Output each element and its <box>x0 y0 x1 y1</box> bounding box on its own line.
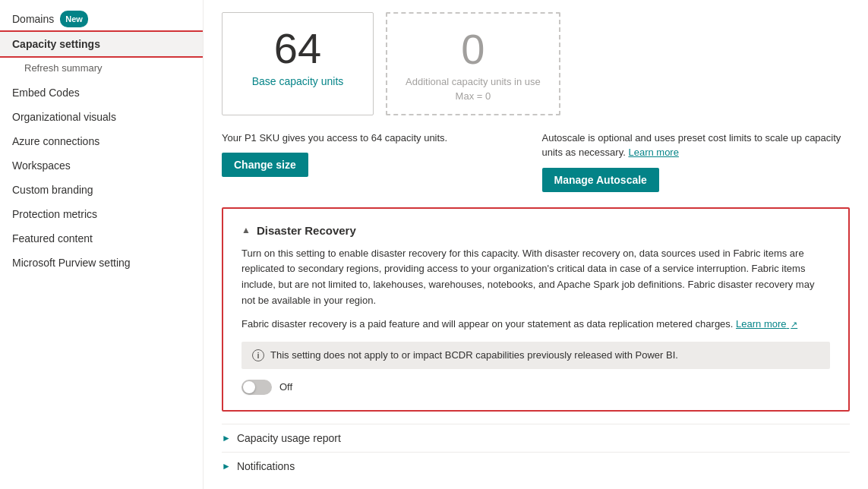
sidebar-item-domains[interactable]: DomainsNew <box>0 6 203 32</box>
autoscale-learn-more-link[interactable]: Learn more <box>628 147 678 158</box>
additional-capacity-label: Additional capacity units in use <box>406 76 541 87</box>
main-content: 64 Base capacity units 0 Additional capa… <box>204 0 868 489</box>
notifications-label: Notifications <box>237 460 295 472</box>
capacity-usage-report-row[interactable]: ► Capacity usage report <box>222 424 850 452</box>
info-banner: i This setting does not apply to or impa… <box>241 342 830 369</box>
additional-capacity-card: 0 Additional capacity units in use Max =… <box>386 12 560 115</box>
sidebar: DomainsNewCapacity settingsRefresh summa… <box>0 0 204 489</box>
sidebar-item-label-protection-metrics: Protection metrics <box>12 207 97 222</box>
disaster-recovery-learn-more-link[interactable]: Learn more ↗ <box>736 318 797 330</box>
sidebar-item-capacity-settings[interactable]: Capacity settings <box>0 32 203 56</box>
disaster-recovery-title: ▲ Disaster Recovery <box>241 224 830 237</box>
sidebar-item-label-azure-connections: Azure connections <box>12 134 99 149</box>
change-size-button[interactable]: Change size <box>222 153 308 177</box>
disaster-recovery-body2: Fabric disaster recovery is a paid featu… <box>241 317 830 333</box>
toggle-label: Off <box>279 381 292 393</box>
sidebar-item-custom-branding[interactable]: Custom branding <box>0 178 203 202</box>
capacity-usage-report-label: Capacity usage report <box>237 432 341 444</box>
capacity-cards-row: 64 Base capacity units 0 Additional capa… <box>222 12 850 115</box>
info-row: Your P1 SKU gives you access to 64 capac… <box>222 131 850 192</box>
sidebar-item-featured-content[interactable]: Featured content <box>0 226 203 251</box>
sidebar-item-label-workspaces: Workspaces <box>12 158 71 173</box>
disaster-recovery-body1: Turn on this setting to enable disaster … <box>241 246 830 309</box>
sidebar-item-label-organizational-visuals: Organizational visuals <box>12 109 116 125</box>
info-banner-text: This setting does not apply to or impact… <box>270 349 678 361</box>
sidebar-item-azure-connections[interactable]: Azure connections <box>0 129 203 153</box>
manage-autoscale-button[interactable]: Manage Autoscale <box>542 168 659 192</box>
base-capacity-label: Base capacity units <box>241 75 355 87</box>
autoscale-info-block: Autoscale is optional and uses preset co… <box>542 131 851 192</box>
sidebar-item-embed-codes[interactable]: Embed Codes <box>0 80 203 105</box>
additional-capacity-number: 0 <box>406 26 541 73</box>
sidebar-item-label-embed-codes: Embed Codes <box>12 85 80 100</box>
sidebar-item-label-domains: Domains <box>12 11 54 27</box>
disaster-recovery-section: ▲ Disaster Recovery Turn on this setting… <box>222 207 850 412</box>
collapse-icon: ▲ <box>241 225 251 235</box>
sidebar-item-microsoft-purview[interactable]: Microsoft Purview setting <box>0 251 203 275</box>
base-capacity-card: 64 Base capacity units <box>222 12 374 115</box>
sidebar-item-label-microsoft-purview: Microsoft Purview setting <box>12 255 131 270</box>
toggle-knob <box>243 381 255 393</box>
sidebar-item-label-capacity-settings: Capacity settings <box>12 36 100 52</box>
expand-icon-capacity: ► <box>222 433 231 443</box>
sidebar-item-label-refresh-summary: Refresh summary <box>24 61 103 76</box>
sidebar-item-label-custom-branding: Custom branding <box>12 182 93 197</box>
sidebar-item-label-featured-content: Featured content <box>12 231 93 246</box>
toggle-row: Off <box>241 380 830 395</box>
sidebar-item-organizational-visuals[interactable]: Organizational visuals <box>0 105 203 129</box>
expand-icon-notifications: ► <box>222 461 231 472</box>
additional-capacity-sub: Max = 0 <box>406 90 541 102</box>
sidebar-item-protection-metrics[interactable]: Protection metrics <box>0 202 203 226</box>
sku-info-block: Your P1 SKU gives you access to 64 capac… <box>222 131 530 178</box>
info-icon: i <box>252 349 264 361</box>
external-link-icon: ↗ <box>791 320 797 329</box>
autoscale-info-text: Autoscale is optional and uses preset co… <box>542 131 851 160</box>
disaster-recovery-toggle[interactable] <box>241 380 272 395</box>
badge-new-domains: New <box>60 11 88 27</box>
notifications-row[interactable]: ► Notifications <box>222 452 850 480</box>
sku-info-text: Your P1 SKU gives you access to 64 capac… <box>222 131 530 146</box>
sidebar-item-refresh-summary[interactable]: Refresh summary <box>0 56 203 80</box>
base-capacity-number: 64 <box>241 25 355 72</box>
sidebar-item-workspaces[interactable]: Workspaces <box>0 153 203 178</box>
